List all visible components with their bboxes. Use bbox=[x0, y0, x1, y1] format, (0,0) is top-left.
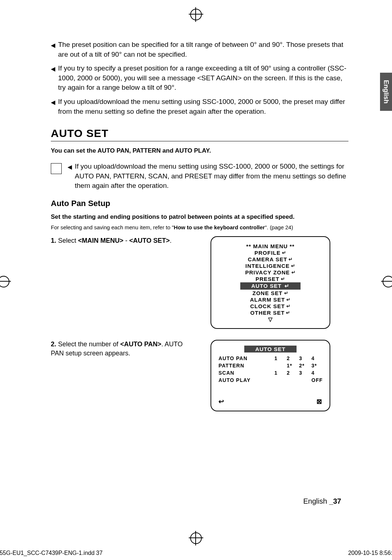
page-lang: English bbox=[303, 497, 329, 505]
osd2-cell: 2 bbox=[287, 355, 298, 361]
bullet-text: If you upload/download the menu setting … bbox=[58, 97, 348, 116]
osd2-cell: OFF bbox=[311, 377, 322, 383]
refer-bold: How to use the keyboard controller bbox=[174, 224, 265, 230]
step-num: 1. bbox=[51, 237, 56, 244]
osd2-cell bbox=[274, 377, 285, 383]
osd2-footer: ↩ ⊠ bbox=[219, 398, 322, 406]
bullet-text: If you try to specify a preset position … bbox=[58, 64, 348, 93]
note-icon bbox=[51, 163, 62, 174]
triangle-icon: ◀ bbox=[51, 40, 55, 59]
autopan-title: Auto Pan Setup bbox=[51, 199, 348, 208]
osd2-cell: 4 bbox=[311, 370, 322, 376]
bullet-item: ◀ If you upload/download the menu settin… bbox=[51, 97, 348, 116]
bullet-text: The preset position can be specified for… bbox=[58, 40, 348, 59]
osd-item: OTHER SET↵ bbox=[219, 310, 322, 316]
osd-title: ** MAIN MENU ** bbox=[219, 243, 322, 249]
note-text: If you upload/download the menu setting … bbox=[75, 162, 348, 191]
step-1: 1. Select <MAIN MENU> - <AUTO SET>. ** M… bbox=[51, 236, 348, 329]
step-2-text: 2. Select the number of <AUTO PAN>. AUTO… bbox=[51, 340, 196, 411]
refer-post: ". (page 24) bbox=[265, 224, 293, 230]
down-icon: ▽ bbox=[219, 316, 322, 323]
enter-icon: ↵ bbox=[286, 297, 291, 302]
osd2-cell bbox=[299, 377, 310, 383]
step-mid: - bbox=[123, 237, 129, 244]
osd-item: CAMERA SET↵ bbox=[219, 256, 322, 262]
triangle-icon: ◀ bbox=[51, 97, 55, 116]
enter-icon: ↵ bbox=[291, 270, 296, 275]
section-subtitle: You can set the AUTO PAN, PATTERN and AU… bbox=[51, 147, 348, 154]
back-icon: ↩ bbox=[219, 398, 224, 406]
enter-icon: ↵ bbox=[282, 250, 286, 255]
page-num: _37 bbox=[329, 497, 341, 505]
page-number: English _37 bbox=[303, 497, 341, 505]
triangle-icon: ◀ bbox=[51, 64, 55, 93]
step-post: . bbox=[170, 237, 172, 244]
osd2-label: AUTO PLAY bbox=[219, 377, 273, 383]
osd-item: PROFILE↵ bbox=[219, 250, 322, 256]
section-title: AUTO SET bbox=[51, 127, 348, 141]
indesign-info-right: 2009-10-15 8:56:2 bbox=[348, 550, 392, 556]
page-content: ◀ The preset position can be specified f… bbox=[51, 40, 348, 422]
osd-main-menu: ** MAIN MENU ** PROFILE↵ CAMERA SET↵ INT… bbox=[211, 236, 330, 329]
registration-mark-bottom bbox=[189, 531, 203, 545]
osd-item: CLOCK SET↵ bbox=[219, 303, 322, 309]
close-icon: ⊠ bbox=[317, 398, 322, 406]
step-body: Select the number of bbox=[56, 341, 120, 348]
osd2-title: AUTO SET bbox=[219, 346, 322, 352]
osd-item: INTELLIGENCE↵ bbox=[219, 263, 322, 269]
osd2-cell: 4 bbox=[311, 355, 322, 361]
osd-item: PRIVACY ZONE↵ bbox=[219, 269, 322, 275]
osd-item: PRESET↵ bbox=[219, 276, 322, 282]
osd-item: ZONE SET↵ bbox=[219, 290, 322, 296]
osd2-label: AUTO PAN bbox=[219, 355, 273, 361]
registration-mark-left bbox=[0, 274, 11, 289]
osd-selected: AUTO SET↵ bbox=[219, 282, 322, 290]
osd2-cell: 3 bbox=[299, 370, 310, 376]
osd2-label: PATTERN bbox=[219, 363, 273, 368]
enter-icon: ↵ bbox=[284, 290, 289, 296]
enter-icon: ↵ bbox=[291, 263, 295, 269]
refer-row: For selecting and saving each menu item,… bbox=[51, 224, 348, 230]
autopan-desc: Set the starting and ending positions to… bbox=[51, 213, 348, 221]
bullet-item: ◀ If you try to specify a preset positio… bbox=[51, 64, 348, 93]
triangle-icon: ◀ bbox=[68, 162, 72, 191]
note-row: ◀ If you upload/download the menu settin… bbox=[51, 162, 348, 191]
step-1-text: 1. Select <MAIN MENU> - <AUTO SET>. bbox=[51, 236, 196, 329]
step-num: 2. bbox=[51, 341, 56, 348]
osd2-cell: 2 bbox=[287, 370, 298, 376]
step-body: Select bbox=[56, 237, 78, 244]
osd2-cell bbox=[287, 377, 298, 383]
registration-mark-right bbox=[381, 274, 392, 289]
enter-icon: ↵ bbox=[286, 303, 291, 309]
registration-mark-top bbox=[189, 7, 203, 22]
osd-auto-set: AUTO SET AUTO PAN 1 2 3 4 PATTERN 1* 2* … bbox=[211, 340, 330, 411]
osd2-grid: AUTO PAN 1 2 3 4 PATTERN 1* 2* 3* SCAN 1… bbox=[219, 355, 322, 383]
bullet-item: ◀ The preset position can be specified f… bbox=[51, 40, 348, 59]
osd2-cell: 1 bbox=[274, 355, 285, 361]
bullet-item: ◀ If you upload/download the menu settin… bbox=[68, 162, 348, 191]
osd2-cell: 2* bbox=[299, 363, 310, 368]
enter-icon: ↵ bbox=[286, 310, 290, 315]
osd2-label: SCAN bbox=[219, 370, 273, 376]
osd-item: ALARM SET↵ bbox=[219, 297, 322, 303]
enter-icon: ↵ bbox=[289, 257, 293, 262]
osd2-cell: 1* bbox=[287, 363, 298, 368]
step-bold: <AUTO PAN> bbox=[120, 341, 161, 348]
enter-icon: ↵ bbox=[281, 276, 285, 282]
step-2: 2. Select the number of <AUTO PAN>. AUTO… bbox=[51, 340, 348, 411]
osd2-cell bbox=[274, 363, 285, 368]
step-bold: <AUTO SET> bbox=[129, 237, 170, 244]
step-bold: <MAIN MENU> bbox=[78, 237, 123, 244]
top-bullets: ◀ The preset position can be specified f… bbox=[51, 40, 348, 116]
indesign-info-left: 955G-EU1_SCC-C7439P-ENG-1.indd 37 bbox=[0, 550, 103, 556]
osd2-cell: 3* bbox=[311, 363, 322, 368]
refer-pre: For selecting and saving each menu item,… bbox=[51, 224, 174, 230]
osd2-cell: 1 bbox=[274, 370, 285, 376]
osd2-cell: 3 bbox=[299, 355, 310, 361]
language-tab: English bbox=[380, 73, 392, 111]
